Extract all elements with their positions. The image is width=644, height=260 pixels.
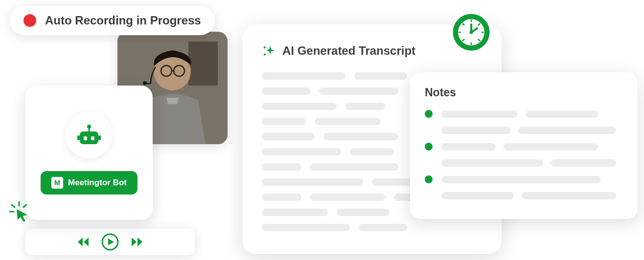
cursor-click-icon	[8, 200, 30, 225]
recording-status-text: Auto Recording in Progress	[45, 14, 201, 27]
bot-panel: M Meetingtor Bot	[25, 86, 153, 220]
svg-point-7	[87, 125, 91, 129]
clock-icon	[453, 14, 490, 51]
note-item	[425, 110, 623, 118]
notes-bullets	[425, 110, 623, 199]
notes-panel: Notes	[410, 72, 638, 219]
recording-status-pill: Auto Recording in Progress	[10, 6, 215, 35]
transcript-header: AI Generated Transcript	[262, 44, 482, 58]
svg-rect-10	[84, 136, 87, 140]
svg-line-16	[23, 205, 26, 207]
svg-rect-1	[188, 42, 218, 86]
svg-rect-12	[77, 135, 80, 140]
svg-rect-13	[98, 135, 101, 140]
transcript-title: AI Generated Transcript	[282, 44, 415, 58]
bot-avatar	[66, 111, 113, 158]
bullet-icon	[425, 175, 433, 183]
sparkle-icon	[262, 44, 276, 58]
play-icon[interactable]	[101, 233, 119, 251]
note-item-line	[441, 127, 623, 134]
note-item	[425, 175, 623, 183]
bot-button-label: Meetingtor Bot	[68, 178, 127, 188]
notes-title: Notes	[425, 86, 623, 99]
bot-icon	[77, 124, 101, 146]
svg-rect-11	[91, 136, 94, 140]
svg-point-32	[470, 31, 473, 34]
player-controls	[25, 229, 195, 255]
svg-rect-9	[80, 131, 98, 144]
svg-line-15	[12, 205, 15, 207]
note-item-line	[441, 159, 623, 167]
bullet-icon	[425, 110, 433, 118]
forward-icon[interactable]	[130, 237, 143, 247]
meetingtor-bot-button[interactable]: M Meetingtor Bot	[41, 171, 138, 195]
record-icon	[23, 14, 36, 27]
bot-logo-icon: M	[51, 177, 63, 189]
rewind-icon[interactable]	[77, 237, 91, 247]
bullet-icon	[425, 143, 433, 151]
note-item	[425, 143, 623, 151]
svg-point-6	[143, 81, 147, 85]
note-item-line	[441, 192, 623, 199]
